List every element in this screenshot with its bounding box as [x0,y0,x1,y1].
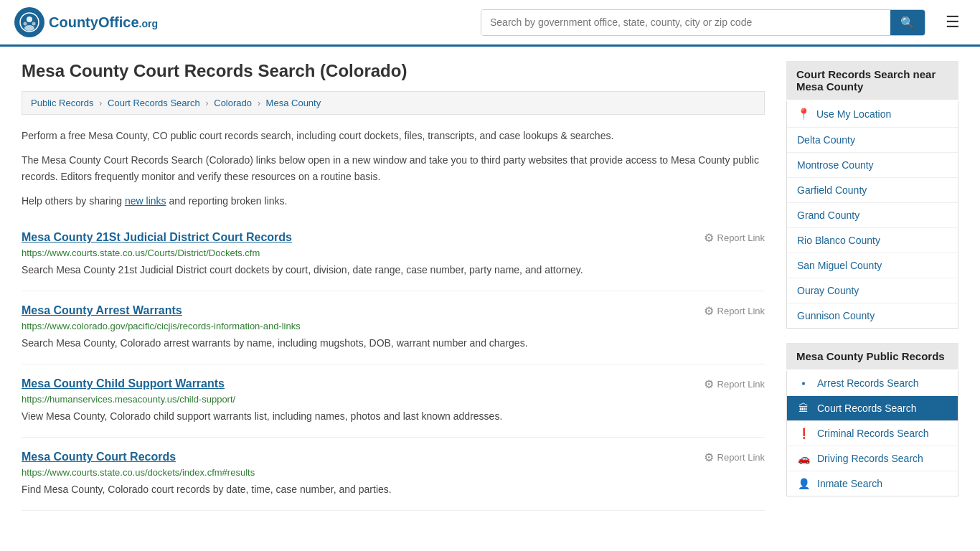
nearby-link-8[interactable]: Gunnison County [787,303,958,328]
nearby-link-6[interactable]: San Miguel County [787,253,958,278]
location-icon: 📍 [797,108,811,121]
public-record-link-3[interactable]: 🚗 Driving Records Search [787,446,958,471]
public-record-icon-1: 🏛 [797,402,810,414]
report-link-2[interactable]: ⚙ Report Link [704,377,765,391]
report-icon-1: ⚙ [704,304,714,318]
record-item: Mesa County Child Support Warrants ⚙ Rep… [22,364,765,438]
nearby-link-item: Grand County [787,203,958,228]
report-link-1[interactable]: ⚙ Report Link [704,304,765,318]
public-record-link-1[interactable]: 🏛 Court Records Search [787,396,958,420]
nearby-links-list: 📍Use My LocationDelta CountyMontrose Cou… [786,101,958,329]
public-record-item: ❗ Criminal Records Search [787,421,958,446]
record-title-2[interactable]: Mesa County Child Support Warrants [22,377,225,390]
breadcrumb-court-records-search[interactable]: Court Records Search [108,98,200,108]
record-item: Mesa County 21St Judicial District Court… [22,218,765,291]
logo-icon [14,7,44,37]
record-title-0[interactable]: Mesa County 21St Judicial District Court… [22,231,292,244]
search-input[interactable] [481,10,890,35]
report-icon-3: ⚙ [704,451,714,464]
nearby-link-item: Delta County [787,128,958,153]
svg-point-2 [24,25,34,31]
public-record-icon-3: 🚗 [797,453,810,464]
hamburger-icon: ☰ [946,13,960,31]
new-links-link[interactable]: new links [125,195,166,207]
breadcrumb: Public Records › Court Records Search › … [22,91,765,115]
record-item: Mesa County Court Records ⚙ Report Link … [22,438,765,511]
search-icon: 🔍 [900,17,915,29]
records-list: Mesa County 21St Judicial District Court… [22,218,765,511]
public-record-item: ▪ Arrest Records Search [787,371,958,396]
public-records-links-list: ▪ Arrest Records Search 🏛 Court Records … [786,371,958,496]
public-record-link-4[interactable]: 👤 Inmate Search [787,471,958,496]
breadcrumb-mesa-county[interactable]: Mesa County [266,98,321,108]
public-record-icon-2: ❗ [797,428,810,439]
description-3: Help others by sharing new links and rep… [22,193,765,209]
nearby-header: Court Records Search near Mesa County [786,61,958,100]
public-record-link-0[interactable]: ▪ Arrest Records Search [787,371,958,395]
nearby-section: Court Records Search near Mesa County 📍U… [786,61,958,329]
public-records-header: Mesa County Public Records [786,343,958,369]
svg-point-4 [32,22,36,26]
record-desc-3: Find Mesa County, Colorado court records… [22,482,765,497]
record-url-2: https://humanservices.mesacounty.us/chil… [22,394,765,405]
nearby-link-item: San Miguel County [787,253,958,278]
logo-link[interactable]: CountyOffice.org [14,7,158,37]
record-url-0: https://www.courts.state.co.us/Courts/Di… [22,248,765,258]
description-2: The Mesa County Court Records Search (Co… [22,152,765,184]
record-desc-1: Search Mesa County, Colorado arrest warr… [22,336,765,351]
search-button[interactable]: 🔍 [890,10,925,35]
nearby-link-1[interactable]: Delta County [787,128,958,152]
logo-text: CountyOffice.org [49,14,158,31]
nearby-link-4[interactable]: Grand County [787,203,958,227]
hamburger-menu-button[interactable]: ☰ [940,10,966,34]
nearby-link-item: 📍Use My Location [787,101,958,128]
breadcrumb-public-records[interactable]: Public Records [31,98,93,108]
nearby-link-item: Garfield County [787,178,958,203]
record-title-1[interactable]: Mesa County Arrest Warrants [22,304,182,317]
nearby-link-5[interactable]: Rio Blanco County [787,228,958,253]
site-header: CountyOffice.org 🔍 ☰ [0,0,980,47]
svg-point-3 [24,22,27,26]
report-link-3[interactable]: ⚙ Report Link [704,451,765,464]
description-1: Perform a free Mesa County, CO public co… [22,128,765,143]
public-record-item: 👤 Inmate Search [787,471,958,496]
public-records-section: Mesa County Public Records ▪ Arrest Reco… [786,343,958,496]
report-icon-0: ⚙ [704,231,714,245]
nearby-link-item: Montrose County [787,153,958,178]
nearby-link-7[interactable]: Ouray County [787,278,958,303]
nearby-link-item: Ouray County [787,278,958,303]
nearby-link-3[interactable]: Garfield County [787,178,958,202]
report-icon-2: ⚙ [704,377,714,391]
public-record-icon-0: ▪ [797,377,810,389]
public-record-link-2[interactable]: ❗ Criminal Records Search [787,421,958,446]
record-desc-0: Search Mesa County 21st Judicial Distric… [22,263,765,278]
breadcrumb-colorado[interactable]: Colorado [214,98,252,108]
record-url-1: https://www.colorado.gov/pacific/cicjis/… [22,321,765,331]
public-record-icon-4: 👤 [797,478,810,489]
report-link-0[interactable]: ⚙ Report Link [704,231,765,245]
public-record-item: 🏛 Court Records Search [787,396,958,421]
nearby-link-item: Rio Blanco County [787,228,958,253]
record-item: Mesa County Arrest Warrants ⚙ Report Lin… [22,291,765,364]
search-bar: 🔍 [481,9,925,36]
record-desc-2: View Mesa County, Colorado child support… [22,409,765,424]
nearby-link-0[interactable]: 📍Use My Location [787,101,958,127]
page-container: Mesa County Court Records Search (Colora… [0,47,980,525]
record-title-3[interactable]: Mesa County Court Records [22,451,176,463]
public-record-item: 🚗 Driving Records Search [787,446,958,471]
sidebar: Court Records Search near Mesa County 📍U… [786,61,958,511]
nearby-link-item: Gunnison County [787,303,958,328]
record-url-3: https://www.courts.state.co.us/dockets/i… [22,467,765,478]
svg-point-1 [27,17,32,22]
page-title: Mesa County Court Records Search (Colora… [22,61,765,81]
main-content: Mesa County Court Records Search (Colora… [22,61,765,511]
nearby-link-2[interactable]: Montrose County [787,153,958,177]
